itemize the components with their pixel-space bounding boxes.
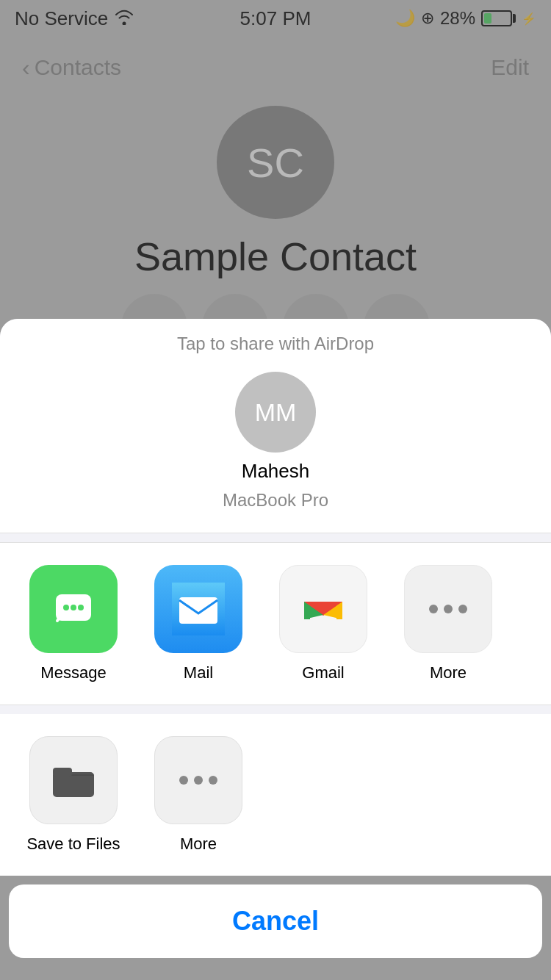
- app-item-mail[interactable]: Mail: [140, 565, 257, 682]
- mail-icon: [154, 565, 242, 653]
- apps-row: Message: [15, 565, 536, 682]
- svg-point-3: [71, 605, 76, 610]
- airdrop-initials: MM: [255, 398, 297, 427]
- app-item-gmail[interactable]: Gmail: [264, 565, 382, 682]
- cancel-button[interactable]: Cancel: [9, 884, 542, 958]
- apps-section: Message: [0, 542, 551, 705]
- app-item-message[interactable]: Message: [15, 565, 132, 682]
- gmail-label: Gmail: [302, 663, 344, 682]
- actions-section: Save to Files More: [0, 714, 551, 876]
- share-sheet-main: Tap to share with AirDrop MM Mahesh MacB…: [0, 319, 551, 876]
- more-actions-icon: [154, 736, 242, 824]
- svg-point-2: [63, 605, 69, 610]
- mail-label: Mail: [184, 663, 213, 682]
- action-item-more[interactable]: More: [140, 736, 257, 854]
- message-icon: [29, 565, 118, 653]
- airdrop-section: Tap to share with AirDrop MM Mahesh MacB…: [0, 319, 551, 533]
- more-apps-icon: [404, 565, 492, 653]
- svg-rect-11: [53, 768, 72, 777]
- save-files-icon: [29, 736, 118, 824]
- svg-point-4: [78, 605, 84, 610]
- airdrop-device: MacBook Pro: [223, 490, 328, 511]
- actions-row: Save to Files More: [15, 736, 536, 854]
- svg-rect-6: [179, 597, 217, 624]
- airdrop-name: Mahesh: [242, 460, 310, 483]
- save-files-label: Save to Files: [26, 835, 120, 854]
- message-label: Message: [40, 663, 106, 682]
- action-item-save-files[interactable]: Save to Files: [15, 736, 132, 854]
- airdrop-person[interactable]: MM Mahesh MacBook Pro: [22, 372, 529, 511]
- share-sheet: Tap to share with AirDrop MM Mahesh MacB…: [0, 319, 551, 980]
- airdrop-avatar: MM: [235, 372, 316, 453]
- gmail-icon: [279, 565, 367, 653]
- airdrop-label: Tap to share with AirDrop: [22, 334, 529, 354]
- more-actions-label: More: [180, 835, 217, 854]
- app-item-more[interactable]: More: [389, 565, 507, 682]
- more-apps-label: More: [430, 663, 467, 682]
- cancel-label: Cancel: [232, 906, 319, 937]
